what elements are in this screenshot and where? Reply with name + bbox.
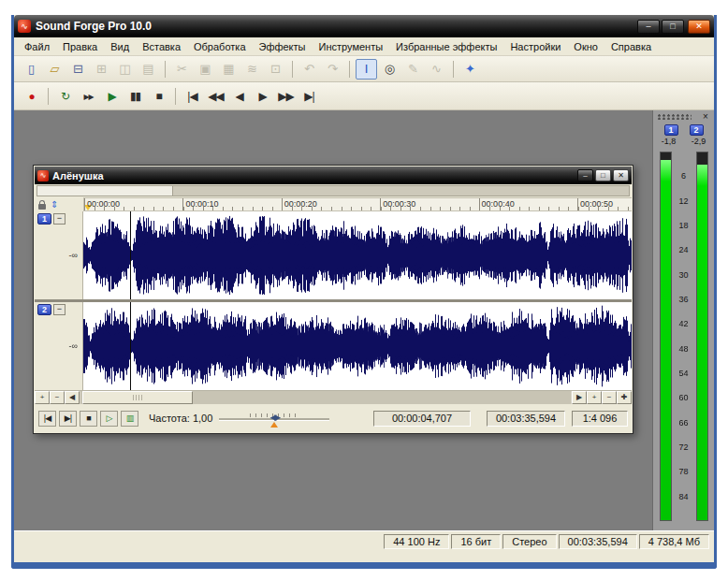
rate-slider-handle[interactable]: ◀▶ bbox=[269, 413, 279, 422]
doc-go-start-button[interactable]: |◀ bbox=[38, 411, 56, 427]
doc-play-button[interactable]: ▷ bbox=[100, 411, 118, 427]
channel-row-2: 2 − -∞ bbox=[35, 302, 632, 390]
rewind-button[interactable]: ◀◀ bbox=[205, 86, 226, 107]
envelope-tool-icon[interactable]: ∿ bbox=[426, 59, 447, 80]
mix-icon[interactable]: ≋ bbox=[241, 59, 263, 80]
menu-item[interactable]: Инструменты bbox=[313, 39, 390, 54]
title-bar[interactable]: ∿ Sound Forge Pro 10.0 – □ ✕ bbox=[14, 15, 714, 37]
menu-item[interactable]: Окно bbox=[567, 39, 604, 54]
menu-item[interactable]: Справка bbox=[604, 39, 658, 54]
waveform-channel-1[interactable] bbox=[83, 211, 632, 299]
channel-1-collapse-button[interactable]: − bbox=[53, 213, 66, 225]
document-minimize-button[interactable]: – bbox=[577, 169, 593, 181]
go-to-start-button[interactable]: |◀ bbox=[182, 86, 203, 107]
playback-cursor[interactable] bbox=[130, 302, 131, 390]
new-file-icon[interactable]: ▯ bbox=[21, 59, 42, 80]
channel-2-gutter: 2 − -∞ bbox=[35, 302, 83, 390]
overview-bar[interactable] bbox=[36, 185, 630, 196]
menu-item[interactable]: Правка bbox=[56, 39, 104, 54]
overview-visible-region[interactable] bbox=[37, 186, 173, 196]
document-title-bar[interactable]: ∿ Алёнушка – □ ✕ bbox=[35, 167, 632, 184]
playback-cursor[interactable] bbox=[130, 211, 131, 299]
fast-forward-button[interactable]: ▶▶ bbox=[275, 86, 297, 107]
save-as-icon[interactable]: ⊞ bbox=[91, 59, 112, 80]
horizontal-scrollbar: + − ◀ ▶ + − ✚ bbox=[35, 390, 632, 404]
ruler-time-label: 00:00:50 bbox=[577, 198, 613, 210]
print-icon[interactable]: ▤ bbox=[138, 59, 159, 80]
doc-go-end-button[interactable]: ▶| bbox=[59, 411, 77, 427]
document-maximize-button[interactable]: □ bbox=[595, 169, 611, 181]
meter-scale-label: 6 bbox=[673, 171, 695, 181]
save-icon[interactable]: ⊟ bbox=[67, 59, 89, 80]
pencil-tool-icon[interactable]: ✎ bbox=[402, 59, 424, 80]
close-button[interactable]: ✕ bbox=[688, 20, 710, 34]
menu-item[interactable]: Обработка bbox=[187, 39, 252, 54]
magnify-zoom-out-button[interactable]: − bbox=[602, 391, 617, 404]
pause-button[interactable]: ▮▮ bbox=[124, 86, 146, 107]
doc-stop-button[interactable]: ■ bbox=[80, 411, 97, 427]
record-button[interactable]: ● bbox=[21, 86, 42, 107]
channel-area: 1 − -∞ 2 − -∞ bbox=[35, 211, 632, 390]
meter-2-badge[interactable]: 2 bbox=[690, 124, 704, 136]
edit-tool-icon[interactable]: I bbox=[356, 59, 377, 80]
minimize-button[interactable]: – bbox=[637, 20, 660, 34]
undo-icon[interactable]: ↶ bbox=[298, 59, 320, 80]
app-window: ∿ Sound Forge Pro 10.0 – □ ✕ ФайлПравкаВ… bbox=[11, 15, 717, 569]
menu-item[interactable]: Вид bbox=[104, 39, 136, 54]
scroll-left-button[interactable]: ◀ bbox=[65, 391, 80, 404]
loop-playback-button[interactable]: ↻ bbox=[54, 86, 76, 107]
status-free-space: 4 738,4 Мб bbox=[639, 534, 709, 549]
magnify-zoom-in-button[interactable]: + bbox=[587, 391, 602, 404]
play-all-button[interactable]: ▸▸ bbox=[78, 86, 99, 107]
rate-label: Частота: 1,00 bbox=[149, 413, 212, 424]
lock-icon[interactable] bbox=[38, 204, 46, 210]
meter-1-badge[interactable]: 1 bbox=[664, 124, 678, 136]
menu-item[interactable]: Вставка bbox=[136, 39, 187, 54]
scrollbar-track[interactable] bbox=[80, 391, 571, 404]
render-as-icon[interactable]: ◫ bbox=[114, 59, 136, 80]
wave-zoom-out-button[interactable]: − bbox=[50, 391, 65, 404]
channel-2-badge[interactable]: 2 bbox=[37, 304, 51, 315]
maximize-button[interactable]: □ bbox=[662, 20, 684, 34]
step-forward-button[interactable]: ▶ bbox=[252, 86, 273, 107]
scrollbar-thumb[interactable] bbox=[82, 391, 193, 404]
pan-tool-button[interactable]: ✚ bbox=[617, 391, 632, 404]
meters-close-icon[interactable]: × bbox=[700, 111, 711, 122]
channel-2-collapse-button[interactable]: − bbox=[53, 304, 66, 315]
rate-slider[interactable]: ◀▶ bbox=[219, 410, 329, 427]
menu-item[interactable]: Настройки bbox=[503, 39, 567, 54]
paste-icon[interactable]: ▦ bbox=[218, 59, 240, 80]
magnify-tool-icon[interactable]: ◎ bbox=[379, 59, 400, 80]
meters-drag-handle[interactable]: × bbox=[656, 112, 711, 123]
meter-scale-label: 66 bbox=[673, 418, 695, 428]
trim-icon[interactable]: ⊡ bbox=[265, 59, 286, 80]
menu-item[interactable]: Файл bbox=[18, 39, 56, 54]
meter-scale-label: 54 bbox=[673, 369, 695, 378]
step-back-button[interactable]: ◀ bbox=[228, 86, 250, 107]
menu-item[interactable]: Эффекты bbox=[253, 39, 313, 54]
document-close-button[interactable]: ✕ bbox=[613, 169, 629, 181]
window-title: Sound Forge Pro 10.0 bbox=[36, 20, 635, 33]
cut-icon[interactable]: ✂ bbox=[171, 59, 193, 80]
menu-item[interactable]: Избранные эффекты bbox=[389, 39, 503, 54]
wave-zoom-in-button[interactable]: + bbox=[35, 391, 50, 404]
meter-bar-2 bbox=[696, 152, 708, 521]
whats-this-icon[interactable]: ✦ bbox=[459, 59, 481, 80]
snap-toggle-icon[interactable]: ⇕ bbox=[51, 200, 58, 210]
meter-scale-label: 48 bbox=[673, 344, 695, 354]
copy-icon[interactable]: ▣ bbox=[195, 59, 216, 80]
meter-1-peak: -1,8 bbox=[656, 137, 682, 146]
redo-icon[interactable]: ↷ bbox=[322, 59, 343, 80]
open-icon[interactable]: ▱ bbox=[44, 59, 66, 80]
waveform-channel-2[interactable] bbox=[83, 302, 632, 390]
scroll-right-button[interactable]: ▶ bbox=[572, 391, 587, 404]
go-to-end-button[interactable]: ▶| bbox=[298, 86, 320, 107]
doc-monitor-button[interactable]: ▥ bbox=[121, 411, 138, 427]
meter-scale-label: 36 bbox=[673, 295, 695, 304]
time-ruler[interactable]: 00:00:0000:00:1000:00:2000:00:3000:00:40… bbox=[83, 197, 632, 211]
play-button[interactable]: ▶ bbox=[101, 86, 123, 107]
bottom-strip bbox=[14, 551, 714, 562]
stop-button[interactable]: ■ bbox=[148, 86, 169, 107]
channel-1-badge[interactable]: 1 bbox=[37, 213, 51, 225]
menu-bar: ФайлПравкаВидВставкаОбработкаЭффектыИнст… bbox=[14, 37, 714, 56]
